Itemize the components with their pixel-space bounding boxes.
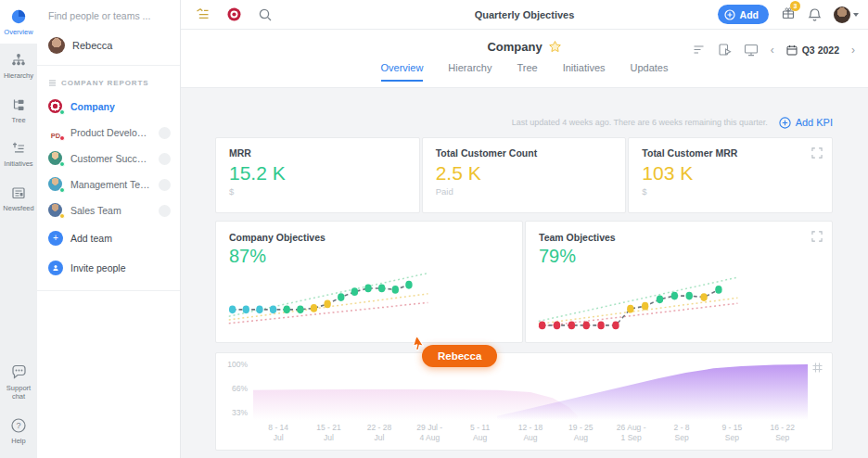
tab-initiatives[interactable]: Initiatives: [563, 62, 606, 82]
user-row[interactable]: Rebecca: [37, 30, 180, 63]
divider: [37, 290, 180, 291]
notification-badge: 3: [790, 1, 800, 11]
reports-icon: [48, 79, 57, 87]
sidebar-item-company[interactable]: Company: [37, 94, 180, 120]
svg-text:?: ?: [16, 421, 20, 430]
tab-updates[interactable]: Updates: [631, 62, 669, 82]
tab-hierarchy[interactable]: Hierarchy: [448, 62, 491, 82]
rail-item-newsfeed[interactable]: Newsfeed: [0, 176, 37, 220]
status-dot: [59, 187, 65, 193]
sidebar-item-product-development[interactable]: PD Product Development: [37, 120, 180, 146]
x-axis-label: 15 - 21Jul: [303, 423, 353, 443]
bell-icon[interactable]: [808, 7, 822, 22]
x-axis-label: 5 - 11Aug: [454, 423, 504, 443]
tree-icon: [10, 96, 27, 113]
tab-overview[interactable]: Overview: [381, 62, 424, 82]
drag-handle-icon[interactable]: [811, 362, 823, 374]
divider: [37, 65, 180, 66]
rail-item-tree[interactable]: Tree: [0, 88, 37, 132]
y-axis-label: 66%: [223, 384, 248, 393]
y-axis-label: 33%: [223, 408, 248, 417]
add-team-button[interactable]: + Add team: [37, 223, 180, 253]
chat-icon: [10, 363, 28, 381]
rail-item-hierarchy[interactable]: Hierarchy: [0, 44, 37, 87]
rail-item-overview[interactable]: Overview: [0, 0, 37, 44]
account-menu[interactable]: [834, 6, 859, 23]
nav-rail: Overview Hierarchy Tree Initiatives News…: [0, 0, 37, 458]
team-badge[interactable]: [159, 205, 171, 217]
collaborator-name-pill: Rebecca: [422, 345, 497, 367]
whats-new-button[interactable]: 3: [781, 6, 796, 24]
add-button[interactable]: Add: [718, 5, 769, 24]
cursor-arrow-icon: [412, 335, 428, 351]
chevron-down-icon: [853, 13, 859, 17]
status-dot: [59, 161, 65, 167]
team-objectives-chart: [530, 246, 828, 342]
rail-item-support-chat[interactable]: Support chat: [0, 355, 37, 409]
x-axis-label: 12 - 18Aug: [505, 423, 555, 443]
sidebar-item-customer-success[interactable]: Customer Success: [37, 146, 180, 172]
objectives-row: Company Objectives 87% Team Objectives 7…: [215, 221, 833, 343]
add-kpi-button[interactable]: Add KPI: [779, 117, 833, 129]
company-header: Company Overview Hierarchy Tree Initiati…: [181, 30, 868, 88]
plus-icon: +: [48, 231, 63, 246]
topbar: Quarterly Objectives Add 3: [181, 0, 868, 30]
chevron-left-icon[interactable]: ‹: [771, 45, 774, 56]
overall-progress-chart: [253, 361, 808, 420]
team-badge[interactable]: [159, 153, 171, 165]
app-root: Overview Hierarchy Tree Initiatives News…: [0, 0, 868, 458]
kpi-row: MRR 15.2 K $ Total Customer Count 2.5 K …: [215, 137, 833, 213]
sidebar-item-sales-team[interactable]: Sales Team: [37, 197, 180, 223]
chevron-right-icon[interactable]: ›: [851, 45, 855, 56]
kpi-card-mrr[interactable]: MRR 15.2 K $: [215, 137, 420, 213]
logo-icon[interactable]: [195, 6, 211, 22]
x-axis-label: 2 - 8Sep: [657, 423, 707, 443]
kpi-value: 103 K: [642, 162, 819, 184]
x-axis-label: 22 - 28Jul: [354, 423, 404, 443]
company-reports-header[interactable]: COMPANY REPORTS: [37, 70, 180, 94]
company-target-icon[interactable]: [226, 6, 242, 22]
calendar-icon: [786, 45, 798, 56]
sidebar: Rebecca COMPANY REPORTS Company PD Produ…: [37, 0, 181, 458]
company-objectives-card[interactable]: Company Objectives 87%: [215, 221, 523, 343]
user-name: Rebecca: [72, 40, 112, 51]
status-dot: [59, 135, 65, 141]
x-axis-label: 9 - 15Sep: [707, 423, 757, 443]
x-axis-labels: 8 - 14Jul15 - 21Jul22 - 28Jul29 Jul -4 A…: [253, 423, 808, 443]
newsfeed-icon: [10, 184, 27, 201]
quarter-selector[interactable]: Q3 2022: [786, 45, 839, 56]
expand-icon[interactable]: [811, 147, 823, 159]
overall-progress-card[interactable]: 100% 66% 33% 8 - 14Jul15 - 21Jul22 - 28J…: [215, 352, 833, 451]
initiatives-icon: [10, 140, 27, 157]
kpi-value: 15.2 K: [229, 162, 406, 184]
company-title: Company: [487, 40, 542, 54]
x-axis-label: 8 - 14Jul: [253, 423, 303, 443]
hierarchy-icon: [10, 52, 27, 69]
x-axis-label: 16 - 22Sep: [758, 423, 808, 443]
team-objectives-card[interactable]: Team Objectives 79%: [525, 221, 833, 343]
company-tabs: Overview Hierarchy Tree Initiatives Upda…: [181, 62, 868, 82]
kpi-card-customer-mrr[interactable]: Total Customer MRR 103 K $: [628, 137, 833, 213]
rail-item-initiatives[interactable]: Initiatives: [0, 132, 37, 175]
status-dot: [59, 213, 65, 219]
dashboard: Last updated 4 weeks ago. There are 6 we…: [181, 88, 868, 458]
filter-icon[interactable]: [692, 43, 706, 57]
tv-mode-icon[interactable]: [744, 44, 759, 57]
kpi-card-customer-count[interactable]: Total Customer Count 2.5 K Paid: [422, 137, 627, 213]
status-dot: [59, 109, 65, 115]
rail-item-help[interactable]: ? Help: [0, 409, 37, 452]
search-icon[interactable]: [258, 7, 273, 22]
tab-tree[interactable]: Tree: [517, 62, 537, 82]
company-objectives-chart: [220, 246, 518, 342]
x-axis-label: 29 Jul -4 Aug: [404, 423, 454, 443]
expand-icon[interactable]: [811, 231, 823, 242]
star-icon[interactable]: [548, 40, 562, 54]
invite-people-button[interactable]: Invite people: [37, 253, 180, 283]
team-badge[interactable]: [159, 179, 171, 191]
search-input[interactable]: [37, 0, 180, 30]
user-avatar: [48, 37, 65, 54]
export-icon[interactable]: [718, 43, 732, 57]
invite-person-icon: [48, 261, 63, 275]
sidebar-item-management-team[interactable]: Management Team: [37, 172, 180, 197]
team-badge[interactable]: [159, 127, 171, 139]
